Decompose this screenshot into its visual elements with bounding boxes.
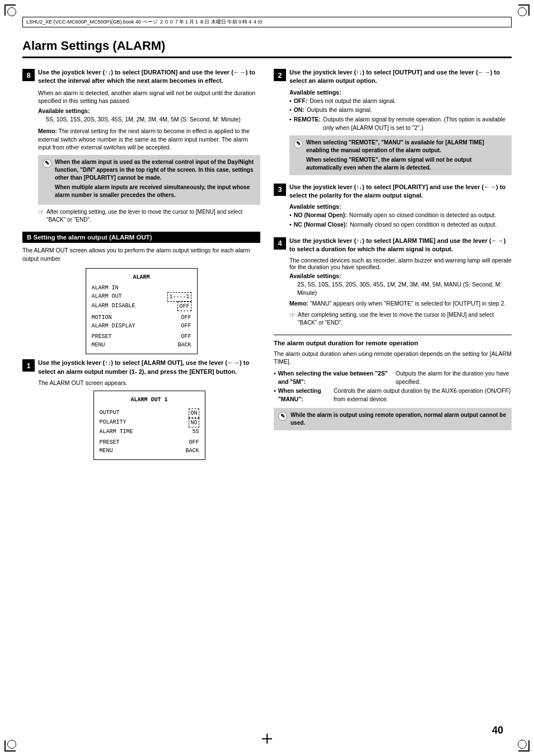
reg-circle-br <box>518 740 527 749</box>
header-bar: LSHU2_XE (VCC-MC600P_MC500P)(GB).book 40… <box>22 17 512 27</box>
screen-val-alarm-disable: OFF <box>177 302 191 311</box>
left-column: 8 Use the joystick lever (↑↓) to select … <box>22 68 260 468</box>
step-1: 1 Use the joystick lever (↑↓) to select … <box>22 359 260 460</box>
screen-alarm-title: ALARM <box>92 273 191 281</box>
screen-alarm-out-highlight: 1----1 <box>167 292 191 302</box>
screen-val-alarm-out: 1----1 <box>167 292 191 302</box>
step-2-bullets: OFF: Does not output the alarm signal. O… <box>289 97 512 132</box>
screen-output-highlight: ON <box>189 408 199 418</box>
screen-label-alarm-disable: ALARM DISABLE <box>92 302 135 311</box>
note-icon: ✎ <box>43 159 51 168</box>
step-8-memo: Memo: The interval setting for the next … <box>38 127 260 152</box>
step-3-title: Use the joystick lever (↑↓) to select [P… <box>289 183 512 200</box>
duration-bullet-1-label: When selecting the value between "2S" an… <box>278 369 394 386</box>
bullet-no-label: NO (Normal Open): <box>294 211 347 219</box>
duration-note-icon: ✎ <box>278 412 287 421</box>
screen-line-menu2: MENU BACK <box>100 447 199 455</box>
step-3-number: 3 <box>274 184 286 196</box>
step-2: 2 Use the joystick lever (↑↓) to select … <box>274 68 512 175</box>
screen-val-polarity: NO <box>189 418 199 428</box>
note-content: When the alarm input is used as the exte… <box>55 158 256 199</box>
duration-bullet-2-text: Controls the alarm output duration by th… <box>334 387 512 403</box>
duration-bullet-1-text: Outputs the alarm for the duration you h… <box>396 369 512 386</box>
bullet-nc: NC (Normal Close): Normally closed so op… <box>289 220 512 229</box>
screen-line-menu: MENU BACK <box>92 341 191 349</box>
two-column-layout: 8 Use the joystick lever (↑↓) to select … <box>22 68 512 468</box>
note-bullet-2: When multiple alarm inputs are received … <box>55 184 256 199</box>
screen-label-alarm-display: ALARM DISPLAY <box>92 322 135 330</box>
ref-symbol: ☞ <box>38 208 44 217</box>
step-8-ref-line: ☞ After completing setting, use the leve… <box>38 208 260 224</box>
step-4-memo-label: Memo: <box>289 300 308 307</box>
screen-alarm: ALARM ALARM IN ALARM OUT 1----1 ALARM DI… <box>86 268 198 354</box>
bullet-no-text: Normally open so closed condition is det… <box>349 211 496 219</box>
step-4-description: The connected devices such as recorder, … <box>289 257 512 270</box>
step-2-settings-label: Available settings: <box>289 89 512 96</box>
step-1-header: 1 Use the joystick lever (↑↓) to select … <box>22 359 260 376</box>
screen-line-alarm-disable: ALARM DISABLE OFF <box>92 302 191 311</box>
step-4-number: 4 <box>274 237 286 250</box>
step-1-number: 1 <box>22 359 35 372</box>
step-4-header: 4 Use the joystick lever (↑↓) to select … <box>274 237 512 254</box>
duration-bullet-2: When selecting "MANU": Controls the alar… <box>274 387 512 403</box>
screen-line-alarm-display: ALARM DISPLAY OFF <box>92 322 191 330</box>
bullet-off-text: Does not output the alarm signal. <box>310 97 396 105</box>
screen-label-output: OUTPUT <box>100 408 120 418</box>
duration-bullets: When selecting the value between "2S" an… <box>274 369 512 403</box>
step-8-description: When an alarm is detected, another alarm… <box>38 89 260 105</box>
bullet-on: ON: Outputs the alarm signal. <box>289 106 512 114</box>
step-4-memo-text: "MANU" appears only when "REMOTE" is sel… <box>310 300 506 307</box>
note-2-content: When selecting "REMOTE", "MANU" is avail… <box>306 139 507 172</box>
section-b-description: The ALARM OUT screen allows you to perfo… <box>22 246 260 262</box>
step-8-header: 8 Use the joystick lever (↑↓) to select … <box>22 68 260 86</box>
right-column: 2 Use the joystick lever (↑↓) to select … <box>274 68 512 468</box>
bullet-no: NO (Normal Open): Normally open so close… <box>289 211 512 219</box>
step-4-ref-line: ☞ After completing setting, use the leve… <box>289 311 512 327</box>
reg-circle-bl <box>7 740 16 749</box>
bullet-nc-text: Normally closed so open condition is det… <box>350 220 497 229</box>
note-2-icon-row: ✎ When selecting "REMOTE", "MANU" is ava… <box>294 139 507 172</box>
bullet-on-label: ON: <box>294 106 305 114</box>
step-4-memo: Memo: "MANU" appears only when "REMOTE" … <box>289 299 512 308</box>
step-4-settings-value: 2S, 5S, 10S, 15S, 20S, 30S, 45S, 1M, 2M,… <box>297 280 512 297</box>
screen-line-alarm-time: ALARM TIME 5S <box>100 428 199 436</box>
step-8-body: When an alarm is detected, another alarm… <box>38 89 260 224</box>
screen-alarm-out-title: ALARM OUT 1 <box>100 396 199 404</box>
screen-label-polarity: POLARITY <box>100 418 127 428</box>
screen-line-motion: MOTION OFF <box>92 313 191 322</box>
step-1-description: The ALARM OUT screen appears. <box>38 379 260 386</box>
step-4-ref-text: After completing setting, use the lever … <box>298 311 512 327</box>
step-4: 4 Use the joystick lever (↑↓) to select … <box>274 237 512 327</box>
step-2-header: 2 Use the joystick lever (↑↓) to select … <box>274 68 512 86</box>
bullet-remote-label: REMOTE: <box>294 115 321 132</box>
header-file-info: LSHU2_XE (VCC-MC600P_MC500P)(GB).book 40… <box>26 18 263 26</box>
duration-section: The alarm output duration for remote ope… <box>274 335 512 430</box>
step-4-title: Use the joystick lever (↑↓) to select [A… <box>289 237 512 254</box>
screen-val-alarm-time: 5S <box>192 428 199 436</box>
duration-note-text: While the alarm is output using remote o… <box>291 411 507 427</box>
section-b: B Setting the alarm output (ALARM OUT) T… <box>22 232 260 460</box>
page-container: LSHU2_XE (VCC-MC600P_MC500P)(GB).book 40… <box>0 0 534 756</box>
reg-circle-tr <box>518 7 527 16</box>
bullet-on-text: Outputs the alarm signal. <box>307 106 372 114</box>
screen-line-output: OUTPUT ON <box>100 408 199 418</box>
page-number: 40 <box>492 725 503 736</box>
step-3-settings-label: Available settings: <box>289 203 512 210</box>
duration-bullet-2-label: When selecting "MANU": <box>278 387 331 403</box>
screen-val-motion: OFF <box>181 313 191 322</box>
page-title: Alarm Settings (ALARM) <box>22 39 512 58</box>
step-8-settings-label: Available settings: <box>38 107 260 114</box>
duration-note-box: ✎ While the alarm is output using remote… <box>274 408 512 430</box>
screen-val-menu: BACK <box>177 341 191 349</box>
screen-line-polarity: POLARITY NO <box>100 418 199 428</box>
step-3-header: 3 Use the joystick lever (↑↓) to select … <box>274 183 512 200</box>
step-8-memo-text: The interval setting for the next alarm … <box>38 128 250 151</box>
step-2-note-box: ✎ When selecting "REMOTE", "MANU" is ava… <box>289 135 512 175</box>
section-b-title: B Setting the alarm output (ALARM OUT) <box>22 232 260 243</box>
screen-label-alarm-time: ALARM TIME <box>100 428 133 436</box>
screen-line-alarm-out: ALARM OUT 1----1 <box>92 292 191 302</box>
screen-label-motion: MOTION <box>92 313 112 322</box>
screen-val-output: ON <box>189 408 199 418</box>
step-2-number: 2 <box>274 69 286 81</box>
duration-description: The alarm output duration when using rem… <box>274 350 512 366</box>
